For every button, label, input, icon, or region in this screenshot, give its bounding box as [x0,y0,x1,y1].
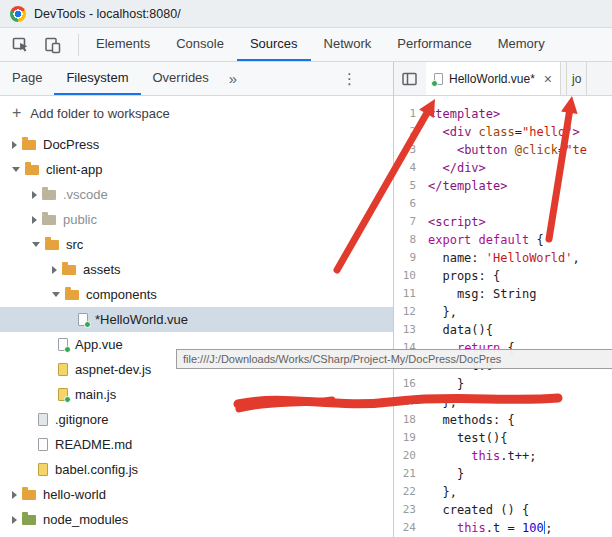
code-text[interactable]: data(){ [424,321,612,339]
line-number[interactable]: 23 [394,501,424,519]
code-text[interactable] [424,195,612,213]
line-number[interactable]: 3 [394,141,424,159]
line-number[interactable]: 7 [394,213,424,231]
code-text[interactable]: methods: { [424,411,612,429]
token: data(){ [428,323,493,337]
tree-item-readme-md[interactable]: README.md [0,432,393,457]
chevron-down-icon[interactable] [12,167,20,172]
chevron-right-icon[interactable] [32,216,37,224]
line-number[interactable]: 5 [394,177,424,195]
line-number[interactable]: 19 [394,429,424,447]
code-text[interactable]: }, [424,483,612,501]
tab-elements[interactable]: Elements [83,28,163,61]
chevron-right-icon[interactable] [32,191,37,199]
editor-tab-helloworld-vue[interactable]: HelloWorld.vue*× [426,62,561,95]
chevron-down-icon[interactable] [32,242,40,247]
folder-icon [22,490,36,500]
navigator-toggle-icon[interactable] [394,62,426,95]
chevron-down-icon[interactable] [52,292,60,297]
panel-tab-filesystem[interactable]: Filesystem [54,62,140,95]
tab-performance[interactable]: Performance [384,28,484,61]
code-text[interactable]: msg: String [424,285,612,303]
code-text[interactable]: this.t = 100; [424,519,612,537]
tree-item-assets[interactable]: assets [0,257,393,282]
folder-icon [45,240,59,250]
line-number[interactable]: 11 [394,285,424,303]
code-text[interactable]: <button @click="te [424,141,612,159]
code-text[interactable]: test(){ [424,429,612,447]
tree-item-vscode[interactable]: .vscode [0,182,393,207]
tree-item-components[interactable]: components [0,282,393,307]
code-text[interactable]: </div> [424,159,612,177]
tree-item-helloworld-vue[interactable]: *HelloWorld.vue [0,307,393,332]
code-text[interactable]: export default { [424,231,612,249]
tab-console[interactable]: Console [163,28,237,61]
line-number[interactable]: 18 [394,411,424,429]
tab-network[interactable]: Network [311,28,385,61]
tree-item-label: public [63,212,97,227]
tree-item-public[interactable]: public [0,207,393,232]
device-toolbar-icon[interactable] [40,32,66,58]
code-text[interactable]: this.t++; [424,447,612,465]
line-number[interactable]: 24 [394,519,424,537]
tree-item-docpress[interactable]: DocPress [0,132,393,157]
chevron-right-icon[interactable] [52,266,57,274]
inspect-icon[interactable] [8,32,34,58]
code-text[interactable]: } [424,465,612,483]
more-tabs-icon[interactable]: » [221,62,245,95]
code-text[interactable]: }, [424,303,612,321]
tab-sources[interactable]: Sources [237,28,311,61]
tree-item-babel-config-js[interactable]: babel.config.js [0,457,393,482]
code-line: 4 </div> [394,159,612,177]
close-tab-icon[interactable]: × [544,71,552,87]
code-text[interactable]: props: { [424,267,612,285]
line-number[interactable]: 16 [394,375,424,393]
add-folder-button[interactable]: + Add folder to workspace [0,100,393,126]
editor-tab-jo[interactable]: jo [566,62,587,95]
token [507,143,514,157]
file-icon [58,363,68,376]
code-text[interactable]: </template> [424,177,612,195]
chevron-right-icon[interactable] [12,141,17,149]
line-number[interactable]: 6 [394,195,424,213]
code-text[interactable]: <div class="hello"> [424,123,612,141]
line-number[interactable]: 22 [394,483,424,501]
tab-memory[interactable]: Memory [485,28,558,61]
tree-item-label: src [66,237,83,252]
line-number[interactable]: 2 [394,123,424,141]
token: "te [565,143,587,157]
line-number[interactable]: 1 [394,105,424,123]
panel-tabs: PageFilesystemOverrides [0,62,221,95]
token [428,143,457,157]
tree-item-label: aspnet-dev.js [75,362,151,377]
line-number[interactable]: 20 [394,447,424,465]
code-editor[interactable]: 1<template>2 <div class="hello">3 <butto… [394,96,612,537]
chevron-right-icon[interactable] [12,516,17,524]
tree-item-src[interactable]: src [0,232,393,257]
line-number[interactable]: 10 [394,267,424,285]
code-text[interactable]: name: 'HelloWorld', [424,249,612,267]
token: > [573,125,580,139]
tree-item-hello-world[interactable]: hello-world [0,482,393,507]
line-number[interactable]: 9 [394,249,424,267]
chevron-right-icon[interactable] [12,491,17,499]
line-number[interactable]: 21 [394,465,424,483]
tree-item-gitignore[interactable]: .gitignore [0,407,393,432]
code-text[interactable]: <template> [424,105,612,123]
panel-menu-icon[interactable]: ⋮ [342,62,357,95]
code-text[interactable]: <script> [424,213,612,231]
line-number[interactable]: 8 [394,231,424,249]
code-text[interactable]: } [424,375,612,393]
line-number[interactable]: 17 [394,393,424,411]
panel-tab-page[interactable]: Page [0,62,54,95]
tree-item-main-js[interactable]: main.js [0,382,393,407]
tree-item-node-modules[interactable]: node_modules [0,507,393,532]
folder-icon [25,165,39,175]
line-number[interactable]: 13 [394,321,424,339]
code-text[interactable]: }, [424,393,612,411]
line-number[interactable]: 4 [394,159,424,177]
code-text[interactable]: created () { [424,501,612,519]
panel-tab-overrides[interactable]: Overrides [141,62,221,95]
tree-item-client-app[interactable]: client-app [0,157,393,182]
line-number[interactable]: 12 [394,303,424,321]
